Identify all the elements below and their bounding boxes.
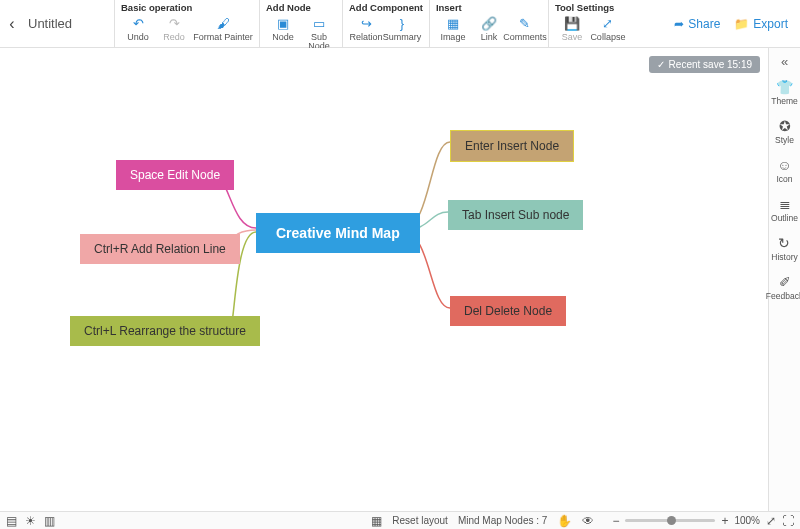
eye-icon[interactable]: 👁: [582, 514, 594, 528]
fit-screen-icon[interactable]: ⤢: [766, 514, 776, 528]
save-button[interactable]: 💾Save: [555, 15, 589, 42]
bottom-icon-2[interactable]: ☀: [25, 514, 36, 528]
group-basic-operation: Basic operation ↶Undo ↷Redo 🖌Format Pain…: [114, 0, 259, 47]
group-insert: Insert ▦Image 🔗Link ✎Comments: [429, 0, 548, 47]
node-left-0[interactable]: Space Edit Node: [116, 160, 234, 190]
nodes-count-label: Mind Map Nodes : 7: [458, 515, 548, 526]
check-icon: ✓: [657, 59, 665, 70]
sidebar-history[interactable]: ↻History: [771, 235, 797, 262]
group-add-node: Add Node ▣Node ▭Sub Node: [259, 0, 342, 47]
back-button[interactable]: ‹: [0, 0, 24, 47]
group-title: Basic operation: [121, 2, 253, 13]
style-icon: ✪: [779, 118, 791, 134]
history-icon: ↻: [778, 235, 790, 251]
bottom-bar: ▤ ☀ ▥ ▦ Reset layout Mind Map Nodes : 7 …: [0, 511, 800, 529]
comments-icon: ✎: [519, 15, 530, 31]
link-button[interactable]: 🔗Link: [472, 15, 506, 42]
sidebar-outline[interactable]: ≣Outline: [771, 196, 798, 223]
sidebar-style[interactable]: ✪Style: [775, 118, 794, 145]
zoom-slider[interactable]: [625, 519, 715, 522]
mindmap-links: [0, 48, 768, 493]
collapse-button[interactable]: ⤢Collapse: [591, 15, 625, 42]
group-tool-settings: Tool Settings 💾Save ⤢Collapse: [548, 0, 631, 47]
collapse-icon: ⤢: [602, 15, 613, 31]
node-right-2[interactable]: Del Delete Node: [450, 296, 566, 326]
zoom-percent[interactable]: 100%: [734, 515, 760, 526]
relation-button[interactable]: ↪Relation: [349, 15, 383, 42]
share-icon: ➦: [674, 17, 684, 31]
reset-layout-button[interactable]: Reset layout: [392, 515, 448, 526]
hand-icon[interactable]: ✋: [557, 514, 572, 528]
relation-icon: ↪: [361, 15, 372, 31]
export-icon: 📁: [734, 17, 749, 31]
sub-node-button[interactable]: ▭Sub Node: [302, 15, 336, 51]
workspace: ✓ Recent save 15:19 Creative Mind Map Sp…: [0, 48, 800, 511]
outline-icon: ≣: [779, 196, 791, 212]
bottom-icon-3[interactable]: ▥: [44, 514, 55, 528]
link-icon: 🔗: [481, 15, 497, 31]
undo-icon: ↶: [133, 15, 144, 31]
save-status-badge: ✓ Recent save 15:19: [649, 56, 760, 73]
redo-button[interactable]: ↷Redo: [157, 15, 191, 42]
node-right-0[interactable]: Enter Insert Node: [450, 130, 574, 162]
node-right-1[interactable]: Tab Insert Sub node: [448, 200, 583, 230]
image-icon: ▦: [447, 15, 459, 31]
zoom-in-button[interactable]: +: [721, 514, 728, 528]
theme-icon: 👕: [776, 79, 793, 95]
node-left-1[interactable]: Ctrl+R Add Relation Line: [80, 234, 240, 264]
node-left-2[interactable]: Ctrl+L Rearrange the structure: [70, 316, 260, 346]
center-node[interactable]: Creative Mind Map: [256, 213, 420, 253]
group-add-component: Add Component ↪Relation }Summary: [342, 0, 429, 47]
node-icon: ▣: [277, 15, 289, 31]
document-title[interactable]: Untitled: [24, 0, 114, 47]
mindmap-canvas[interactable]: ✓ Recent save 15:19 Creative Mind Map Sp…: [0, 48, 768, 511]
sidebar-toggle-icon[interactable]: «: [781, 54, 788, 69]
sidebar-theme[interactable]: 👕Theme: [771, 79, 797, 106]
share-button[interactable]: ➦Share: [674, 17, 720, 31]
feedback-icon: ✐: [779, 274, 791, 290]
comments-button[interactable]: ✎Comments: [508, 15, 542, 42]
save-icon: 💾: [564, 15, 580, 31]
icon-icon: ☺: [777, 157, 791, 173]
zoom-out-button[interactable]: −: [612, 514, 619, 528]
format-painter-icon: 🖌: [217, 15, 230, 31]
format-painter-button[interactable]: 🖌Format Painter: [193, 15, 253, 42]
reset-layout-icon[interactable]: ▦: [371, 514, 382, 528]
bottom-icon-1[interactable]: ▤: [6, 514, 17, 528]
fullscreen-icon[interactable]: ⛶: [782, 514, 794, 528]
export-button[interactable]: 📁Export: [734, 17, 788, 31]
image-button[interactable]: ▦Image: [436, 15, 470, 42]
node-button[interactable]: ▣Node: [266, 15, 300, 51]
undo-button[interactable]: ↶Undo: [121, 15, 155, 42]
redo-icon: ↷: [169, 15, 180, 31]
sidebar-icon[interactable]: ☺Icon: [776, 157, 792, 184]
summary-button[interactable]: }Summary: [385, 15, 419, 42]
summary-icon: }: [400, 15, 404, 31]
right-sidebar: « 👕Theme ✪Style ☺Icon ≣Outline ↻History …: [768, 48, 800, 511]
top-toolbar: ‹ Untitled Basic operation ↶Undo ↷Redo 🖌…: [0, 0, 800, 48]
sub-node-icon: ▭: [313, 15, 325, 31]
sidebar-feedback[interactable]: ✐Feedback: [766, 274, 800, 301]
top-right-actions: ➦Share 📁Export: [674, 0, 800, 47]
